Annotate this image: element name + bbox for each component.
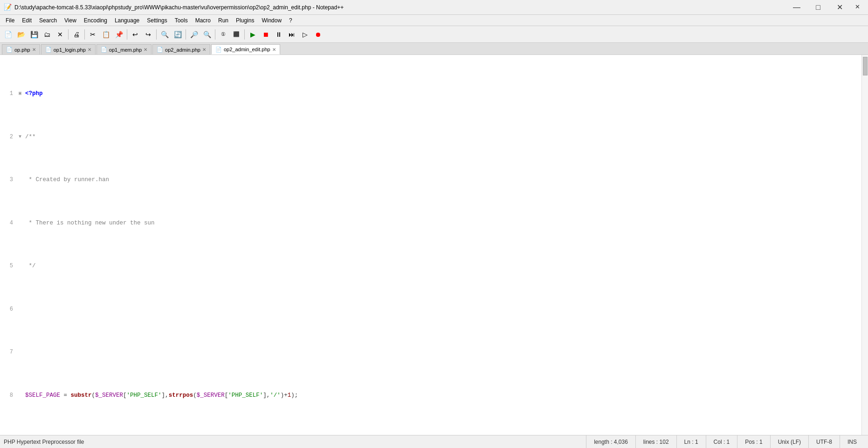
toolbar-print[interactable]: 🖨 [70,28,83,41]
tab-icon-op2-admin: 📄 [157,47,163,53]
tabs-bar: 📄 op.php ✕ 📄 op1_login.php ✕ 📄 op1_mem.p… [0,43,868,55]
tab-op-php[interactable]: 📄 op.php ✕ [2,44,40,54]
title-text: D:\study\apache-tomcat-8.5.33\xiaopi\php… [14,4,786,11]
menu-language[interactable]: Language [111,15,143,26]
line-num-6: 6 [0,305,17,314]
toolbar-copy[interactable]: 📋 [100,28,112,41]
line-num-4: 4 [0,219,17,228]
window-controls: — □ ✕ ✕ [786,0,864,15]
toolbar-stop[interactable]: ⏹ [260,28,272,41]
line-3: 3 * Created by runner.han [0,176,861,184]
fold-4 [17,219,23,228]
toolbar-macro2[interactable]: ⬛ [230,28,242,41]
right-scrollbar[interactable] [861,55,868,435]
line-8: 8 $SELF_PAGE = substr($_SERVER['PHP_SELF… [0,391,861,400]
tab-op1-login[interactable]: 📄 op1_login.php ✕ [41,44,96,54]
menu-window[interactable]: Window [258,15,285,26]
status-ln: Ln : 1 [676,435,706,448]
toolbar-close[interactable]: ✕ [54,28,66,41]
toolbar-sep-4 [156,29,157,40]
toolbar-new[interactable]: 📄 [2,28,14,41]
tab-close-op2-admin[interactable]: ✕ [202,47,206,52]
tab-close-op[interactable]: ✕ [32,47,36,52]
status-length: length : 4,036 [586,435,635,448]
toolbar-step[interactable]: ⏭ [286,28,298,41]
code-8: $SELF_PAGE = substr($_SERVER['PHP_SELF']… [23,391,861,400]
status-lines: lines : 102 [635,435,676,448]
line-5: 5 */ [0,262,861,271]
toolbar-cut[interactable]: ✂ [87,28,99,41]
code-5: */ [23,262,861,271]
tab-close-op2-admin-edit[interactable]: ✕ [272,47,276,52]
menu-tools[interactable]: Tools [171,15,192,26]
line-9: 9 [0,434,861,435]
toolbar-sep-5 [186,29,186,40]
toolbar-save-all[interactable]: 🗂 [41,28,53,41]
toolbar-macro[interactable]: ① [217,28,229,41]
menu-help[interactable]: ? [285,15,296,26]
menu-encoding[interactable]: Encoding [80,15,111,26]
line-4: 4 * There is nothing new under the sun [0,219,861,228]
toolbar-sep-6 [215,29,215,40]
code-3: * Created by runner.han [23,176,861,184]
tab-close-op1-login[interactable]: ✕ [88,47,91,52]
fold-1[interactable]: ▣ [17,89,23,98]
tab-op2-admin[interactable]: 📄 op2_admin.php ✕ [152,44,210,54]
fold-2[interactable]: ▼ [17,133,23,142]
menu-view[interactable]: View [61,15,80,26]
toolbar-redo[interactable]: ↪ [142,28,154,41]
code-9 [23,434,861,435]
minimize-button[interactable]: — [786,0,807,15]
fold-7 [17,348,23,357]
menu-settings[interactable]: Settings [143,15,171,26]
toolbar-more[interactable]: ▷ [299,28,311,41]
menu-file[interactable]: File [2,15,18,26]
toolbar: 📄 📂 💾 🗂 ✕ 🖨 ✂ 📋 📌 ↩ ↪ 🔍 🔄 🔎 🔍 ① ⬛ ▶ ⏹ ⏸ … [0,26,868,43]
status-file-type: PHP Hypertext Preprocessor file [4,439,586,445]
toolbar-sep-2 [84,29,85,40]
status-bar: PHP Hypertext Preprocessor file length :… [0,435,868,448]
tab-label-op1-mem: op1_mem.php [109,47,142,53]
toolbar-find[interactable]: 🔍 [158,28,171,41]
tab-close-op1-mem[interactable]: ✕ [144,47,147,52]
menu-plugins[interactable]: Plugins [232,15,258,26]
menu-run[interactable]: Run [214,15,232,26]
line-7: 7 [0,348,861,357]
code-6 [23,305,861,314]
code-1: <?php [23,89,861,98]
tab-icon-op1-mem: 📄 [101,47,107,53]
status-pos: Pos : 1 [737,435,770,448]
tab-icon-op: 📄 [6,47,13,53]
toolbar-undo[interactable]: ↩ [129,28,141,41]
editor-container: 1 ▣ <?php 2 ▼ /** 3 * Created by runner.… [0,55,868,435]
tab-op2-admin-edit[interactable]: 📄 op2_admin_edit.php ✕ [211,44,280,54]
title-bar: 📝 D:\study\apache-tomcat-8.5.33\xiaopi\p… [0,0,868,15]
maximize-button[interactable]: □ [807,0,829,15]
toolbar-sep-3 [127,29,127,40]
toolbar-debug[interactable]: ⏸ [273,28,285,41]
status-line-ending: Unix (LF) [770,435,808,448]
status-encoding: UTF-8 [808,435,840,448]
toolbar-zoom-out[interactable]: 🔍 [201,28,213,41]
menu-bar: File Edit Search View Encoding Language … [0,15,868,26]
code-area[interactable]: 1 ▣ <?php 2 ▼ /** 3 * Created by runner.… [0,55,861,435]
toolbar-open[interactable]: 📂 [15,28,27,41]
tab-label-op2-admin: op2_admin.php [165,47,200,53]
toolbar-rec[interactable]: ⏺ [312,28,324,41]
fold-9 [17,434,23,435]
menu-search[interactable]: Search [35,15,61,26]
toolbar-replace[interactable]: 🔄 [172,28,184,41]
tab-op1-mem[interactable]: 📄 op1_mem.php ✕ [96,44,152,54]
toolbar-zoom-in[interactable]: 🔎 [188,28,200,41]
menu-edit[interactable]: Edit [18,15,35,26]
toolbar-run[interactable]: ▶ [247,28,259,41]
tab-label-op2-admin-edit: op2_admin_edit.php [224,47,270,52]
tab-label-op: op.php [14,47,30,53]
extra-close-button[interactable]: ✕ [850,0,864,14]
status-col: Col : 1 [706,435,737,448]
toolbar-save[interactable]: 💾 [28,28,40,41]
scroll-thumb[interactable] [863,57,868,75]
close-button[interactable]: ✕ [829,0,850,15]
toolbar-paste[interactable]: 📌 [113,28,125,41]
menu-macro[interactable]: Macro [192,15,214,26]
